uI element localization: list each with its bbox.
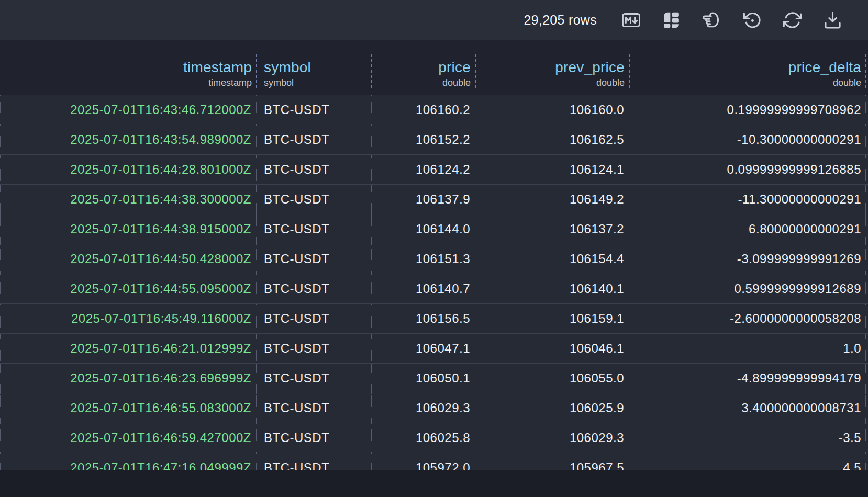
cell-timestamp[interactable]: 2025-07-01T16:43:54.989000Z <box>0 125 257 154</box>
table-row: 2025-07-01T16:46:55.083000ZBTC-USDT10602… <box>0 393 868 423</box>
cell-prev_price[interactable]: 106140.1 <box>475 274 629 303</box>
cell-prev_price[interactable]: 106160.0 <box>475 95 629 125</box>
cell-price_delta[interactable]: 0.09999999999126885 <box>629 155 868 184</box>
cell-prev_price[interactable]: 106137.2 <box>475 214 629 244</box>
cell-timestamp[interactable]: 2025-07-01T16:44:50.428000Z <box>0 244 257 274</box>
cell-symbol[interactable]: BTC-USDT <box>257 423 372 453</box>
cell-symbol[interactable]: BTC-USDT <box>257 155 372 184</box>
cell-timestamp[interactable]: 2025-07-01T16:45:49.116000Z <box>0 304 257 333</box>
cell-timestamp[interactable]: 2025-07-01T16:46:21.012999Z <box>0 334 257 363</box>
cell-price_delta[interactable]: -11.30000000000291 <box>629 185 868 214</box>
cell-price[interactable]: 106140.7 <box>372 274 475 303</box>
cell-price[interactable]: 106144.0 <box>372 214 475 244</box>
cell-prev_price[interactable]: 106046.1 <box>475 334 629 363</box>
cell-price_delta[interactable]: -3.099999999991269 <box>629 244 868 274</box>
pointer-hand-button[interactable] <box>700 9 723 32</box>
cell-price[interactable]: 105972.0 <box>372 453 475 470</box>
table-layout-button[interactable] <box>660 9 683 32</box>
table-row: 2025-07-01T16:47:16.049999ZBTC-USDT10597… <box>0 453 868 470</box>
cell-prev_price[interactable]: 106025.9 <box>475 393 629 423</box>
cell-symbol[interactable]: BTC-USDT <box>257 393 372 423</box>
table-row: 2025-07-01T16:46:59.427000ZBTC-USDT10602… <box>0 423 868 453</box>
history-button[interactable] <box>740 9 763 32</box>
table-row: 2025-07-01T16:46:21.012999ZBTC-USDT10604… <box>0 334 868 364</box>
cell-prev_price[interactable]: 105967.5 <box>475 453 629 470</box>
bottom-bar <box>0 470 868 497</box>
cell-price_delta[interactable]: -10.30000000000291 <box>629 125 868 154</box>
cell-symbol[interactable]: BTC-USDT <box>257 244 372 274</box>
cell-prev_price[interactable]: 106149.2 <box>475 185 629 214</box>
row-count: 29,205 rows <box>524 13 597 28</box>
cell-symbol[interactable]: BTC-USDT <box>257 95 372 125</box>
cell-timestamp[interactable]: 2025-07-01T16:44:28.801000Z <box>0 155 257 184</box>
cell-price[interactable]: 106025.8 <box>372 423 475 453</box>
download-button[interactable] <box>821 9 844 32</box>
cell-price_delta[interactable]: 0.19999999999708962 <box>629 95 868 125</box>
table-row: 2025-07-01T16:44:50.428000ZBTC-USDT10615… <box>0 244 868 274</box>
cell-timestamp[interactable]: 2025-07-01T16:43:46.712000Z <box>0 95 257 125</box>
cell-symbol[interactable]: BTC-USDT <box>257 334 372 363</box>
cell-price_delta[interactable]: -4.899999999994179 <box>629 364 868 393</box>
cell-prev_price[interactable]: 106154.4 <box>475 244 629 274</box>
table-layout-icon <box>662 10 681 30</box>
cell-price_delta[interactable]: 6.80000000000291 <box>629 214 868 244</box>
cell-symbol[interactable]: BTC-USDT <box>257 274 372 303</box>
cell-price[interactable]: 106137.9 <box>372 185 475 214</box>
column-type: double <box>480 77 625 88</box>
cell-timestamp[interactable]: 2025-07-01T16:44:55.095000Z <box>0 274 257 303</box>
column-type: double <box>634 77 861 88</box>
table-row: 2025-07-01T16:44:38.915000ZBTC-USDT10614… <box>0 214 868 244</box>
cell-price[interactable]: 106050.1 <box>372 364 475 393</box>
column-header-price_delta[interactable]: price_deltadouble <box>629 40 868 95</box>
refresh-button[interactable] <box>781 9 804 32</box>
column-name: prev_price <box>480 59 625 76</box>
download-icon <box>823 10 842 30</box>
results-toolbar: 29,205 rows <box>0 0 868 40</box>
cell-symbol[interactable]: BTC-USDT <box>257 304 372 333</box>
column-type: double <box>376 77 471 88</box>
cell-price_delta[interactable]: 4.5 <box>629 453 868 470</box>
cell-timestamp[interactable]: 2025-07-01T16:44:38.300000Z <box>0 185 257 214</box>
column-type: symbol <box>264 77 367 88</box>
column-header-symbol[interactable]: symbolsymbol <box>257 40 372 95</box>
cell-price_delta[interactable]: 1.0 <box>629 334 868 363</box>
cell-symbol[interactable]: BTC-USDT <box>257 364 372 393</box>
cell-price_delta[interactable]: -2.6000000000058208 <box>629 304 868 333</box>
table-row: 2025-07-01T16:46:23.696999ZBTC-USDT10605… <box>0 364 868 393</box>
cell-symbol[interactable]: BTC-USDT <box>257 185 372 214</box>
cell-prev_price[interactable]: 106162.5 <box>475 125 629 154</box>
cell-timestamp[interactable]: 2025-07-01T16:47:16.049999Z <box>0 453 257 470</box>
cell-prev_price[interactable]: 106055.0 <box>475 364 629 393</box>
cell-symbol[interactable]: BTC-USDT <box>257 453 372 470</box>
cell-price[interactable]: 106156.5 <box>372 304 475 333</box>
cell-timestamp[interactable]: 2025-07-01T16:46:23.696999Z <box>0 364 257 393</box>
markdown-download-button[interactable] <box>619 9 642 32</box>
cell-symbol[interactable]: BTC-USDT <box>257 214 372 244</box>
table-row: 2025-07-01T16:44:28.801000ZBTC-USDT10612… <box>0 155 868 185</box>
cell-price[interactable]: 106151.3 <box>372 244 475 274</box>
cell-prev_price[interactable]: 106124.1 <box>475 155 629 184</box>
cell-price[interactable]: 106160.2 <box>372 95 475 125</box>
cell-prev_price[interactable]: 106029.3 <box>475 423 629 453</box>
column-header-timestamp[interactable]: timestamptimestamp <box>0 40 257 95</box>
column-header-price[interactable]: pricedouble <box>372 40 475 95</box>
cell-price_delta[interactable]: 0.5999999999912689 <box>629 274 868 303</box>
cell-timestamp[interactable]: 2025-07-01T16:44:38.915000Z <box>0 214 257 244</box>
table-row: 2025-07-01T16:44:55.095000ZBTC-USDT10614… <box>0 274 868 304</box>
cell-symbol[interactable]: BTC-USDT <box>257 125 372 154</box>
cell-price[interactable]: 106152.2 <box>372 125 475 154</box>
column-type: timestamp <box>5 77 252 88</box>
cell-price[interactable]: 106124.2 <box>372 155 475 184</box>
column-name: timestamp <box>5 59 252 76</box>
cell-timestamp[interactable]: 2025-07-01T16:46:59.427000Z <box>0 423 257 453</box>
cell-timestamp[interactable]: 2025-07-01T16:46:55.083000Z <box>0 393 257 423</box>
cell-prev_price[interactable]: 106159.1 <box>475 304 629 333</box>
cell-price[interactable]: 106029.3 <box>372 393 475 423</box>
cell-price_delta[interactable]: 3.400000000008731 <box>629 393 868 423</box>
column-name: price_delta <box>634 59 861 76</box>
cell-price_delta[interactable]: -3.5 <box>629 423 868 453</box>
table-row: 2025-07-01T16:44:38.300000ZBTC-USDT10613… <box>0 185 868 214</box>
column-header-prev_price[interactable]: prev_pricedouble <box>475 40 629 95</box>
markdown-download-icon <box>621 10 641 30</box>
cell-price[interactable]: 106047.1 <box>372 334 475 363</box>
